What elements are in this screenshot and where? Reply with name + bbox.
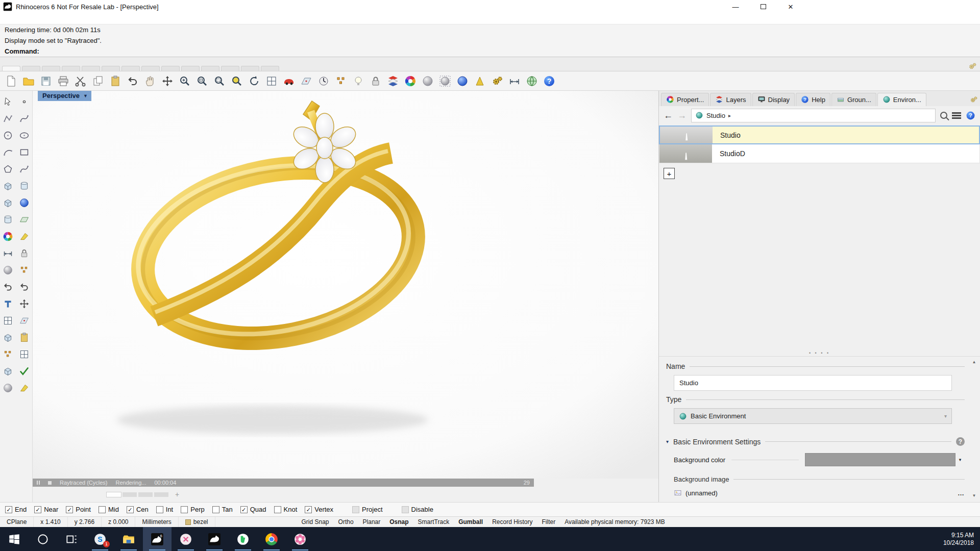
add-environment-button[interactable]: + — [664, 168, 675, 179]
menu-solid[interactable] — [39, 18, 46, 19]
render-window-icon[interactable] — [436, 73, 453, 89]
render-shield-icon[interactable] — [384, 73, 401, 89]
browse-image-button[interactable]: … — [958, 489, 965, 497]
menu-help[interactable] — [139, 18, 146, 19]
tab-set-view[interactable] — [42, 66, 60, 71]
tab-viewport-layout[interactable] — [102, 66, 120, 71]
tube-tool-icon[interactable] — [2, 213, 15, 226]
render-sphere-tool-icon[interactable] — [2, 263, 15, 277]
wedge-tool-icon[interactable] — [17, 381, 31, 394]
menu-tools[interactable] — [67, 18, 75, 19]
earth-icon[interactable] — [523, 73, 540, 89]
snipping-app-button[interactable] — [172, 527, 200, 551]
lights-icon[interactable] — [350, 73, 366, 89]
tab-cplanes[interactable] — [22, 66, 40, 71]
zoom-selected-icon[interactable] — [211, 73, 228, 89]
menu-mesh[interactable] — [46, 18, 53, 19]
menu-paneling-tools[interactable] — [96, 18, 103, 19]
tab-curve-tools[interactable] — [161, 66, 180, 71]
close-button[interactable]: ✕ — [783, 2, 798, 12]
circle-tool-icon[interactable] — [2, 129, 15, 142]
tab-surface-tools[interactable] — [181, 66, 200, 71]
polygon-tool-icon[interactable] — [2, 162, 15, 176]
copy-icon[interactable] — [89, 73, 106, 89]
viewport-tab-right[interactable] — [154, 492, 168, 497]
menu-panels[interactable] — [89, 18, 96, 19]
point-cloud-tool-icon[interactable] — [17, 263, 31, 277]
add-viewport-tab-icon[interactable]: + — [170, 489, 184, 500]
tab-visibility[interactable] — [121, 66, 140, 71]
check-tool-icon[interactable] — [17, 364, 31, 378]
freeform-curve-tool-icon[interactable] — [17, 162, 31, 176]
environment-name-input[interactable] — [674, 375, 952, 391]
panel-tab-layers[interactable]: Layers — [710, 93, 751, 106]
move-icon[interactable] — [159, 73, 176, 89]
paste-icon[interactable] — [107, 73, 124, 89]
forward-arrow-icon[interactable]: → — [677, 111, 687, 120]
menu-analyze[interactable] — [75, 18, 82, 19]
menu-flamingo[interactable] — [132, 18, 139, 19]
box-tool-icon[interactable] — [2, 179, 15, 192]
paneling-tool-icon[interactable] — [2, 230, 15, 243]
osnap-knot[interactable]: Knot — [274, 506, 298, 513]
tab-render-tools[interactable] — [241, 66, 259, 71]
command-area[interactable]: Rendering time: 0d 00h 02m 11sDisplay mo… — [0, 24, 980, 57]
viewport-menu-arrow-icon[interactable]: ▼ — [83, 93, 88, 98]
stop-render-icon[interactable] — [48, 481, 52, 485]
cut-icon[interactable] — [72, 73, 89, 89]
menu-surface[interactable] — [32, 18, 39, 19]
control-point-curve-tool-icon[interactable] — [17, 112, 31, 125]
spotlight-icon[interactable] — [471, 73, 488, 89]
cplane-icon[interactable] — [298, 73, 314, 89]
pan-icon[interactable] — [141, 73, 158, 89]
osnap-near[interactable]: Near — [34, 506, 58, 513]
toggle-ortho[interactable]: Ortho — [334, 518, 358, 525]
panel-tab-help[interactable]: Help — [796, 93, 830, 106]
minimize-button[interactable]: — — [728, 2, 743, 12]
skype-app-button[interactable]: 1 — [86, 527, 114, 551]
car-demo-icon[interactable] — [280, 73, 297, 89]
evernote-app-button[interactable] — [229, 527, 257, 551]
menu-render[interactable] — [82, 18, 89, 19]
pause-render-icon[interactable] — [37, 481, 40, 485]
osnap-quad[interactable]: Quad — [240, 506, 266, 513]
background-color-swatch[interactable] — [805, 453, 955, 466]
points-on-icon[interactable] — [332, 73, 349, 89]
menu-simlab[interactable] — [103, 18, 110, 19]
toggle-planar[interactable]: Planar — [358, 518, 385, 525]
toggle-smarttrack[interactable]: SmartTrack — [413, 518, 454, 525]
drill-tool-icon[interactable] — [2, 246, 15, 260]
collapse-chevron-icon[interactable]: ▾ — [666, 439, 669, 444]
viewport-title[interactable]: Perspective ▼ — [38, 91, 91, 101]
panel-tab-display[interactable]: Display — [752, 93, 795, 106]
print-icon[interactable] — [55, 73, 71, 89]
block-grid-tool-icon[interactable] — [2, 314, 15, 327]
point-grid-tool-icon[interactable] — [2, 347, 15, 361]
search-icon[interactable] — [940, 112, 947, 119]
menu-view[interactable] — [17, 18, 24, 19]
render-preview-icon[interactable] — [419, 73, 436, 89]
menu-visualarq[interactable] — [117, 18, 125, 19]
osnap-tan[interactable]: Tan — [212, 506, 233, 513]
clamp-tool-icon[interactable] — [17, 246, 31, 260]
panel-gear-icon[interactable] — [969, 95, 978, 104]
save-icon[interactable] — [37, 73, 54, 89]
tab-display[interactable] — [62, 66, 80, 71]
toolbar-options-icon[interactable] — [968, 62, 977, 71]
maximize-button[interactable] — [755, 2, 771, 12]
layer-arrange-tool-icon[interactable] — [17, 331, 31, 344]
layout-sheet-tool-icon[interactable] — [17, 314, 31, 327]
lock-icon[interactable] — [367, 73, 384, 89]
tab-standard[interactable] — [2, 66, 20, 71]
ellipse-tool-icon[interactable] — [17, 129, 31, 142]
background-image-row[interactable]: (unnamed) … — [674, 489, 965, 497]
corner-sphere-tool-icon[interactable] — [2, 381, 15, 394]
mesh-grid-tool-icon[interactable] — [17, 347, 31, 361]
viewport-tab-perspective[interactable] — [107, 492, 121, 497]
dimension-icon[interactable] — [506, 73, 523, 89]
wireframe-box-tool-icon[interactable] — [2, 364, 15, 378]
menu-curve[interactable] — [24, 18, 32, 19]
cylinder-tool-icon[interactable] — [17, 179, 31, 192]
raytraced-icon[interactable] — [454, 73, 471, 89]
help-icon[interactable] — [541, 73, 557, 89]
